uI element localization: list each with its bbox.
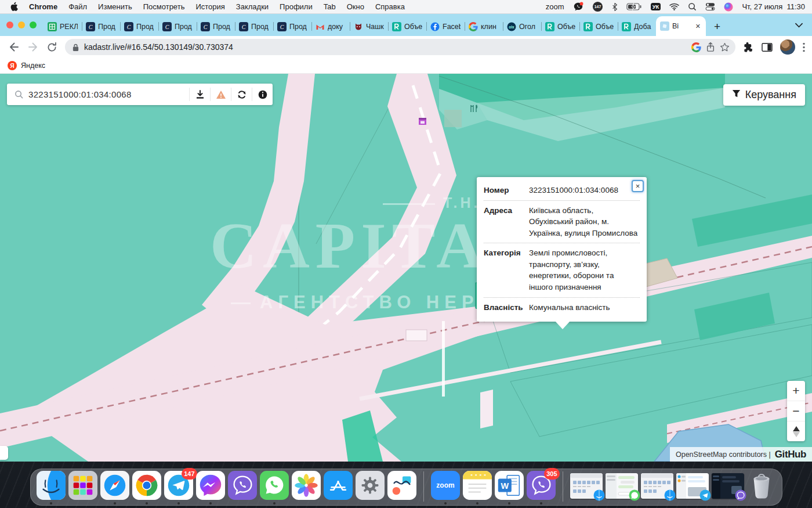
browser-tab-прод[interactable]: C Прод	[82, 17, 120, 36]
url-text[interactable]: kadastr.live/#16.54/50.130149/30.730374	[84, 42, 687, 52]
dock-app-zoom[interactable]: zoom	[431, 471, 460, 500]
dock-minimized-finder-window[interactable]	[641, 473, 673, 499]
search-input[interactable]: 3223151000:01:034:0068	[28, 89, 189, 99]
telegram-badge-status-icon[interactable]: 147	[592, 2, 603, 12]
info-button[interactable]	[252, 88, 273, 101]
active-app-menu[interactable]: Chrome	[29, 2, 57, 11]
keyboard-layout-indicator[interactable]: УК	[651, 3, 661, 11]
back-button[interactable]	[8, 41, 20, 53]
siri-icon[interactable]	[724, 2, 733, 12]
dock-app-finder[interactable]	[37, 471, 66, 500]
dock-app-viber[interactable]	[228, 471, 257, 500]
apple-menu-icon[interactable]	[9, 2, 18, 12]
browser-tab-faceb[interactable]: Faceb	[426, 17, 465, 36]
bookmark-yandex[interactable]: Я Яндекс	[8, 61, 45, 70]
download-button[interactable]	[189, 88, 210, 101]
minimize-window-button[interactable]	[18, 21, 25, 28]
dock-app-safari[interactable]	[100, 471, 129, 500]
tab-close-icon[interactable]: ✕	[694, 22, 702, 31]
finder-mini-icon	[593, 489, 605, 501]
browser-tab-доку[interactable]: доку	[311, 17, 350, 36]
tab-title: Прод	[289, 23, 307, 31]
menu-item[interactable]: История	[195, 2, 224, 11]
spotlight-icon[interactable]	[688, 2, 697, 12]
sidebar-toggle-icon[interactable]	[762, 42, 773, 52]
popup-close-button[interactable]: ×	[632, 180, 644, 192]
dock-app-settings[interactable]	[356, 471, 385, 500]
reload-button[interactable]	[46, 42, 57, 53]
dock-app-notes[interactable]	[463, 471, 492, 500]
browser-tab-прод[interactable]: C Прод	[120, 17, 158, 36]
browser-tab-клин[interactable]: клин	[465, 17, 503, 36]
browser-tab-рекл[interactable]: РЕКЛ	[44, 17, 82, 36]
share-icon[interactable]	[706, 42, 715, 52]
browser-tab-прод[interactable]: C Прод	[273, 17, 311, 36]
refresh-button[interactable]	[231, 88, 252, 101]
dock-app-appstore[interactable]	[324, 471, 353, 500]
menu-bar-clock[interactable]: Чт, 27 июля 11:30	[742, 2, 805, 11]
manage-layers-button[interactable]: Керування	[723, 84, 805, 106]
kebab-menu-icon[interactable]	[803, 42, 805, 52]
warning-button[interactable]	[210, 88, 231, 101]
browser-tab-прод[interactable]: C Прод	[197, 17, 235, 36]
compass-button[interactable]	[787, 421, 805, 441]
menu-item[interactable]: Файл	[68, 2, 87, 11]
dock-app-launchpad[interactable]	[68, 471, 97, 500]
dock-app-messenger[interactable]	[196, 471, 225, 500]
dock-minimized-telegram-window[interactable]	[676, 473, 709, 499]
dock-minimized-finder-window[interactable]	[570, 473, 603, 499]
bluetooth-icon[interactable]	[612, 2, 618, 12]
zoom-out-button[interactable]: −	[787, 401, 805, 421]
browser-tab-ві[interactable]: Ві ✕	[656, 16, 706, 36]
browser-tab-объе[interactable]: Объе	[579, 17, 618, 36]
zoom-in-button[interactable]: +	[787, 381, 805, 401]
browser-tab-объе[interactable]: Объе	[388, 17, 426, 36]
google-favicon	[469, 22, 478, 31]
browser-tab-объе[interactable]: Объе	[541, 17, 579, 36]
menu-item[interactable]: Профили	[280, 2, 313, 11]
dock-app-chrome[interactable]	[132, 471, 161, 500]
browser-tab-прод[interactable]: C Прод	[235, 17, 273, 36]
browser-tab-доба[interactable]: Доба	[618, 17, 656, 36]
map-canvas[interactable]: T.H.E CAPITAL АГЕНТСТВО НЕРУХОМОСТІ 3223…	[0, 74, 812, 462]
menu-item[interactable]: Закладки	[236, 2, 269, 11]
fullscreen-window-button[interactable]	[30, 21, 37, 28]
dock-minimized-whatsapp-window[interactable]	[606, 473, 638, 499]
dock-app-whatsapp[interactable]	[260, 471, 289, 500]
zoom-status-item[interactable]: zoom	[546, 2, 564, 11]
menu-item[interactable]: Окно	[347, 2, 364, 11]
dock-app-photos[interactable]	[292, 471, 321, 500]
dock-app-viber[interactable]: 305	[527, 471, 556, 500]
menu-item[interactable]: Tab	[324, 2, 336, 11]
profile-avatar[interactable]	[780, 39, 795, 55]
new-tab-button[interactable]: +	[706, 21, 726, 36]
parcel-search-box[interactable]: 3223151000:01:034:0068	[7, 84, 273, 105]
svg-text:147: 147	[594, 5, 601, 9]
close-window-button[interactable]	[6, 21, 13, 28]
forward-button[interactable]	[27, 41, 39, 53]
browser-tab-чашк[interactable]: Чашк	[350, 17, 388, 36]
bookmark-star-icon[interactable]	[720, 42, 730, 52]
viber-status-icon[interactable]	[573, 2, 583, 12]
menu-item[interactable]: Посмотреть	[143, 2, 185, 11]
attribution-text[interactable]: OpenStreetMap contributors |	[676, 451, 771, 459]
wifi-icon[interactable]	[669, 2, 679, 12]
browser-tab-прод[interactable]: C Прод	[158, 17, 197, 36]
finder-icon	[37, 471, 66, 500]
dock-app-trash[interactable]	[747, 471, 776, 500]
dock-app-freeform[interactable]	[387, 471, 416, 500]
github-logo[interactable]: GitHub	[775, 449, 806, 460]
extensions-puzzle-icon[interactable]	[743, 42, 754, 53]
dock-minimized-viber-window[interactable]	[712, 473, 744, 499]
menu-item[interactable]: Изменить	[98, 2, 132, 11]
menu-item[interactable]: Справка	[375, 2, 405, 11]
tab-search-chevron-icon[interactable]	[795, 20, 812, 36]
dock-app-word[interactable]: W	[495, 471, 524, 500]
lock-icon[interactable]	[72, 43, 79, 52]
dock-app-telegram[interactable]: 147	[164, 471, 193, 500]
control-center-icon[interactable]	[705, 2, 715, 12]
browser-tab-огол[interactable]: olx Огол	[503, 17, 541, 36]
tab-title: Чашк	[366, 23, 384, 31]
address-bar[interactable]: kadastr.live/#16.54/50.130149/30.730374	[65, 39, 735, 55]
google-g-icon[interactable]	[691, 42, 701, 52]
